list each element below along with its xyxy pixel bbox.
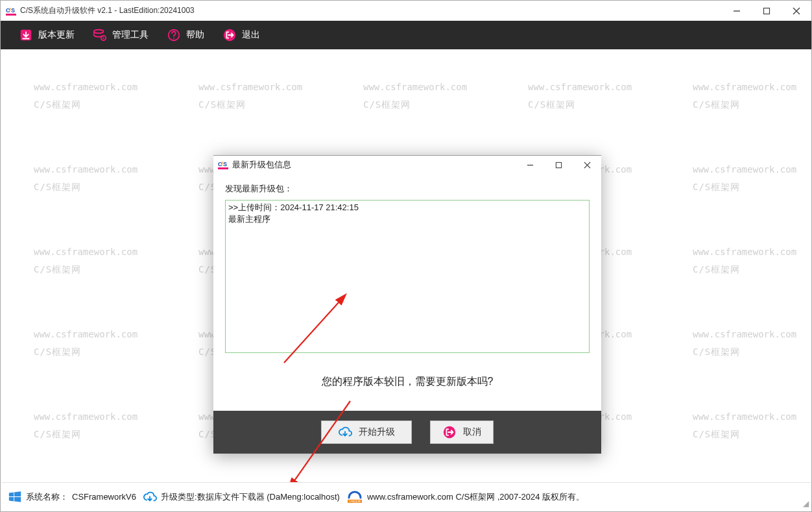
cancel-button[interactable]: 取消: [430, 421, 494, 444]
watermark-item: www.csframework.comC/S框架网: [34, 326, 137, 360]
package-info-textarea[interactable]: [225, 200, 590, 353]
help-icon: [167, 28, 181, 42]
cloud-download-icon: [338, 425, 352, 439]
button-label: 开始升级: [359, 426, 395, 438]
exit-icon: [442, 425, 457, 439]
dialog-minimize-button[interactable]: [516, 156, 544, 174]
status-bar: 系统名称： CSFrameworkV6 升级类型:数据库文件下载器 (DaMen…: [1, 482, 811, 511]
svg-text:S: S: [11, 7, 15, 14]
button-label: 取消: [463, 426, 481, 438]
svg-rect-5: [764, 8, 770, 14]
upgrade-type-text: 升级类型:数据库文件下载器 (DaMeng:localhost): [161, 491, 340, 503]
resize-grip-icon[interactable]: ◢: [803, 499, 807, 508]
title-bar: C/S C/S系统自动升级软件 v2.1 - LastEdition:20241…: [1, 1, 811, 21]
toolbar-version-update[interactable]: 版本更新: [10, 24, 84, 46]
copyright-text: www.csframework.com C/S框架网 ,2007-2024 版权…: [367, 491, 584, 503]
toolbar-label: 退出: [242, 29, 260, 41]
watermark-item: www.csframework.comC/S框架网: [693, 161, 796, 195]
app-icon: C/S: [6, 6, 16, 16]
content-area: www.csframework.comC/S框架网www.csframework…: [1, 50, 811, 482]
watermark-item: www.csframework.comC/S框架网: [693, 326, 796, 360]
toolbar-label: 帮助: [186, 29, 204, 41]
maximize-button[interactable]: [752, 1, 782, 21]
svg-point-13: [173, 38, 174, 39]
dialog-maximize-button[interactable]: [544, 156, 573, 174]
svg-text:S: S: [223, 161, 227, 167]
found-package-label: 发现最新升级包：: [225, 183, 590, 195]
dialog-footer: 开始升级 取消: [213, 411, 601, 454]
toolbar-exit[interactable]: 退出: [213, 24, 269, 46]
toolbar-admin-tools[interactable]: 管理工具: [84, 24, 158, 46]
download-icon: [19, 28, 33, 42]
windows-flag-icon: [8, 490, 22, 504]
watermark-item: www.csframework.comC/S框架网: [363, 79, 467, 113]
toolbar-label: 管理工具: [112, 29, 149, 41]
toolbar-label: 版本更新: [38, 29, 75, 41]
sysname-value: CSFrameworkV6: [72, 492, 136, 502]
watermark-item: www.csframework.comC/S框架网: [693, 79, 796, 113]
brand-logo-icon: C/S框架网: [346, 490, 363, 504]
upgrade-dialog: C/S 最新升级包信息 发现最新升级包：: [213, 155, 601, 454]
update-prompt: 您的程序版本较旧，需要更新版本吗?: [225, 375, 590, 389]
watermark-item: www.csframework.comC/S框架网: [34, 161, 137, 195]
watermark-item: www.csframework.comC/S框架网: [34, 243, 137, 278]
svg-rect-0: [6, 14, 16, 16]
svg-text:C/S框架网: C/S框架网: [349, 500, 361, 503]
dialog-close-button[interactable]: [573, 156, 601, 174]
main-window: C/S C/S系统自动升级软件 v2.1 - LastEdition:20241…: [0, 0, 812, 512]
svg-point-9: [94, 30, 104, 34]
toolbar: 版本更新 管理工具 帮助 退出: [1, 21, 811, 49]
watermark-item: www.csframework.comC/S框架网: [693, 243, 796, 278]
svg-point-11: [102, 37, 104, 38]
watermark-item: www.csframework.comC/S框架网: [34, 408, 137, 443]
sysname-label: 系统名称：: [26, 491, 68, 503]
toolbar-help[interactable]: 帮助: [158, 24, 213, 46]
watermark-item: www.csframework.comC/S框架网: [528, 79, 632, 113]
svg-rect-17: [218, 167, 228, 169]
dialog-title-bar: C/S 最新升级包信息: [213, 156, 601, 174]
dialog-title-text: 最新升级包信息: [232, 159, 291, 171]
svg-rect-22: [556, 162, 561, 167]
window-title: C/S系统自动升级软件 v2.1 - LastEdition:20241003: [20, 5, 195, 16]
start-upgrade-button[interactable]: 开始升级: [321, 421, 412, 444]
watermark-item: www.csframework.comC/S框架网: [198, 79, 302, 113]
close-button[interactable]: [782, 1, 811, 21]
watermark-item: www.csframework.comC/S框架网: [34, 79, 137, 113]
watermark-item: www.csframework.comC/S框架网: [693, 408, 796, 443]
cloud-download-icon: [143, 490, 157, 504]
stack-gear-icon: [93, 28, 107, 42]
minimize-button[interactable]: [722, 1, 752, 21]
exit-icon: [222, 28, 237, 42]
app-icon: C/S: [218, 160, 228, 169]
